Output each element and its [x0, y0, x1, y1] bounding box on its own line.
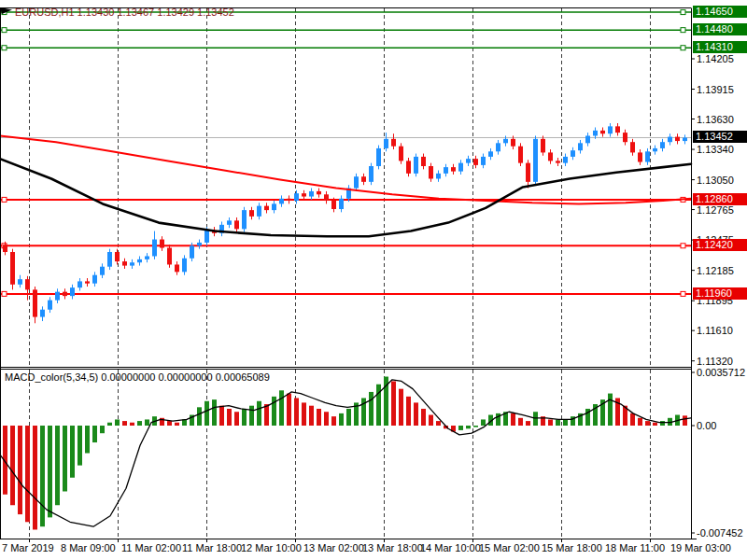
time-tick-label: 13 Mar 02:00 [303, 542, 364, 553]
price-tick-label: 1.13630 [697, 114, 734, 125]
level-price-tag: 1.11960 [693, 287, 747, 300]
time-tick-label: 14 Mar 10:00 [420, 542, 481, 553]
time-tick-label: 7 Mar 2019 [2, 542, 54, 553]
macd-signal-line [0, 380, 691, 526]
time-tick-label: 12 Mar 10:00 [241, 542, 302, 553]
level-lines [0, 10, 691, 297]
level-price-tag: 1.14480 [693, 23, 747, 35]
time-tick-label: 8 Mar 09:00 [61, 542, 116, 553]
macd-indicator-label: MACD_color(5,34,5) 0.00000000 0.00000000… [5, 371, 270, 383]
grid-layer [30, 8, 651, 539]
time-tick-label: 18 Mar 11:00 [605, 542, 665, 553]
macd-scale-label: -0.007452 [697, 527, 743, 539]
time-tick-label: 11 Mar 18:00 [182, 542, 242, 553]
price-tick-label: 1.13915 [697, 84, 734, 95]
macd-scale-label: 0.0035712 [697, 367, 745, 378]
price-tick-label: 1.13340 [697, 144, 734, 155]
chart-frame [0, 8, 697, 543]
chart-canvas[interactable] [0, 0, 747, 560]
time-tick-label: 15 Mar 18:00 [542, 542, 602, 553]
macd-histogram [3, 377, 687, 530]
level-price-tag: 1.14310 [693, 41, 747, 53]
time-tick-label: 13 Mar 18:00 [362, 542, 423, 553]
price-tick-label: 1.11320 [697, 356, 733, 367]
current-price-tag: 1.13452 [693, 131, 747, 143]
ma-black-line [0, 159, 691, 236]
time-tick-label: 15 Mar 02:00 [479, 542, 540, 553]
price-tick-label: 1.13050 [697, 175, 734, 186]
time-tick-label: 11 Mar 02:00 [121, 542, 181, 553]
level-price-tag: 1.12420 [693, 239, 747, 251]
level-price-tag: 1.14650 [693, 6, 747, 18]
price-tick-label: 1.14205 [697, 53, 734, 64]
chart-window: EURUSD,H1 1.13430 1.13467 1.13429 1.1345… [0, 0, 747, 560]
symbol-ohlc-label: EURUSD,H1 1.13430 1.13467 1.13429 1.1345… [15, 7, 234, 18]
time-tick-label: 19 Mar 03:00 [670, 542, 731, 553]
macd-scale-label: 0.00 [697, 420, 716, 431]
price-tick-label: 1.12765 [697, 204, 734, 216]
level-price-tag: 1.12860 [693, 193, 747, 205]
price-tick-label: 1.11610 [697, 325, 733, 336]
price-tick-label: 1.12185 [697, 265, 734, 276]
